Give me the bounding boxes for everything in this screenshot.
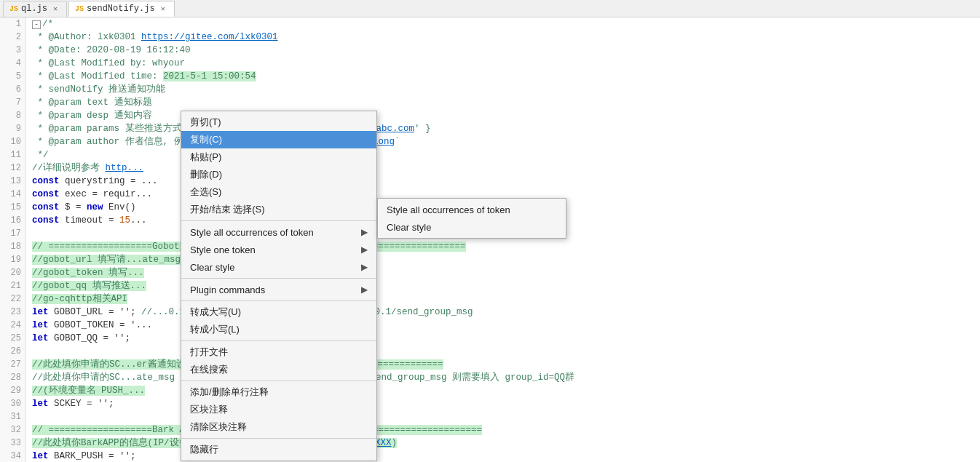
line-num-24: 24 [0, 319, 21, 332]
line-num-4: 4 [0, 57, 21, 70]
code-line-29: //(环境变量名 PUSH_... [32, 384, 980, 397]
tab-sendnotify-js[interactable]: JS sendNotify.js ✕ [68, 1, 175, 17]
editor-area: 1 2 3 4 5 6 7 8 9 10 11 12 13 14 15 16 1… [0, 17, 980, 462]
code-line-6: * sendNotify 推送通知功能 [32, 83, 980, 96]
fold-icon-1[interactable]: - [32, 20, 41, 29]
menu-item-styleall-label: Style all occurrences of token [190, 227, 314, 238]
code-line-18: // ===================Gobot通知设置区域=======… [32, 240, 980, 253]
tab-label-ql: ql.js [21, 4, 47, 14]
line-num-2: 2 [0, 31, 21, 44]
tab-close-sendnotify[interactable]: ✕ [158, 4, 168, 14]
line-num-8: 8 [0, 109, 21, 122]
code-line-21: //gobot_qq 填写推送... [32, 279, 980, 292]
arrow-icon-clearstyle: ▶ [361, 262, 368, 272]
menu-item-hideline[interactable]: 隐藏行 [181, 441, 376, 458]
line-num-34: 34 [0, 450, 21, 462]
code-line-22: //go-cqhttp相关API [32, 292, 980, 306]
arrow-icon-plugin: ▶ [361, 284, 368, 295]
menu-separator-2 [181, 278, 376, 279]
menu-item-addremovecomment[interactable]: 添加/删除单行注释 [181, 383, 376, 401]
code-line-12: //详细说明参考 http... [32, 162, 980, 175]
code-line-23: let GOBOT_URL = ''; //...0.1/send_privat… [32, 306, 980, 319]
context-menu: 剪切(T) 复制(C) 粘贴(P) 删除(D) 全选(S) 开始/结束 选择(S… [181, 111, 377, 461]
menu-item-delete[interactable]: 删除(D) [181, 166, 376, 183]
line-num-29: 29 [0, 384, 21, 397]
menu-item-removeblockcomment-label: 清除区块注释 [190, 421, 247, 434]
line-num-25: 25 [0, 332, 21, 345]
menu-separator-4 [181, 340, 376, 341]
menu-item-paste[interactable]: 粘贴(P) [181, 148, 376, 166]
line-num-20: 20 [0, 266, 21, 279]
line-num-22: 22 [0, 292, 21, 306]
menu-item-addremovecomment-label: 添加/删除单行注释 [190, 386, 269, 399]
line-num-5: 5 [0, 70, 21, 83]
code-content[interactable]: -/* * @Author: lxk0301 https://gitee.com… [26, 17, 980, 462]
code-line-25: let GOBOT_QQ = ''; [32, 332, 980, 345]
submenu-item-styleall[interactable]: Style all occurrences of token [378, 201, 566, 218]
submenu-item-clearstyle-label: Clear style [387, 222, 431, 233]
tab-label-sendnotify: sendNotify.js [87, 4, 155, 14]
code-line-7: * @param text 通知标题 [32, 96, 980, 109]
js-icon-sendnotify: JS [75, 5, 84, 13]
code-line-3: * @Date: 2020-08-19 16:12:40 [32, 44, 980, 57]
menu-item-blockcomment-label: 区块注释 [190, 403, 228, 416]
menu-item-selectrange[interactable]: 开始/结束 选择(S) [181, 201, 376, 218]
line-num-6: 6 [0, 83, 21, 96]
menu-separator-5 [181, 381, 376, 381]
menu-item-styleall[interactable]: Style all occurrences of token ▶ [181, 223, 376, 241]
arrow-icon-styleone: ▶ [361, 244, 368, 255]
menu-item-onlinesearch-label: 在线搜索 [190, 363, 228, 376]
menu-item-selectrange-label: 开始/结束 选择(S) [190, 203, 265, 216]
submenu-item-clearstyle[interactable]: Clear style [378, 218, 566, 236]
line-num-33: 33 [0, 437, 21, 450]
menu-separator-6 [181, 438, 376, 439]
code-line-9: * @param params 某些推送方式需要的额外参数, 例如: { url… [32, 122, 980, 135]
menu-item-openfile-label: 打开文件 [190, 346, 228, 359]
menu-item-plugincommands[interactable]: Plugin commands ▶ [181, 281, 376, 298]
menu-item-clearstyle[interactable]: Clear style ▶ [181, 258, 376, 276]
menu-item-selectall[interactable]: 全选(S) [181, 183, 376, 201]
code-line-24: let GOBOT_TOKEN = '... [32, 319, 980, 332]
menu-item-openfile[interactable]: 打开文件 [181, 343, 376, 361]
line-num-11: 11 [0, 148, 21, 162]
line-num-16: 16 [0, 214, 21, 227]
line-num-27: 27 [0, 358, 21, 371]
tab-bar: JS ql.js ✕ JS sendNotify.js ✕ [0, 0, 980, 17]
line-num-32: 32 [0, 423, 21, 437]
line-num-9: 9 [0, 122, 21, 135]
line-numbers: 1 2 3 4 5 6 7 8 9 10 11 12 13 14 15 16 1… [0, 17, 26, 462]
menu-item-onlinesearch[interactable]: 在线搜索 [181, 361, 376, 378]
code-line-13: const querystring = ... [32, 175, 980, 188]
menu-item-styleone[interactable]: Style one token ▶ [181, 241, 376, 258]
menu-item-styleone-label: Style one token [190, 244, 256, 255]
menu-item-copy[interactable]: 复制(C) [181, 131, 376, 148]
code-line-26 [32, 345, 980, 358]
menu-item-blockcomment[interactable]: 区块注释 [181, 401, 376, 418]
code-line-1: -/* [32, 17, 980, 31]
line-num-30: 30 [0, 397, 21, 410]
line-num-21: 21 [0, 279, 21, 292]
line-num-7: 7 [0, 96, 21, 109]
submenu-style-all: Style all occurrences of token Clear sty… [377, 198, 566, 239]
code-line-10: * @param author 作者信息, 例如: `https://githu… [32, 135, 980, 148]
code-line-20: //gobot_token 填写... [32, 266, 980, 279]
tab-close-ql[interactable]: ✕ [50, 4, 60, 14]
code-line-2: * @Author: lxk0301 https://gitee.com/lxk… [32, 31, 980, 44]
code-line-11: */ [32, 148, 980, 162]
code-line-28: //此处填你申请的SC...ate_msg 则需要填入 user_id=个人QQ… [32, 371, 980, 384]
line-num-3: 3 [0, 44, 21, 57]
menu-item-removeblockcomment[interactable]: 清除区块注释 [181, 418, 376, 436]
menu-item-tolower[interactable]: 转成小写(L) [181, 321, 376, 338]
js-icon-ql: JS [9, 5, 18, 13]
line-num-15: 15 [0, 201, 21, 214]
tab-ql-js[interactable]: JS ql.js ✕ [3, 1, 67, 17]
code-line-30: let SCKEY = ''; [32, 397, 980, 410]
code-line-4: * @Last Modified by: whyour [32, 57, 980, 70]
menu-item-cut[interactable]: 剪切(T) [181, 113, 376, 131]
code-line-8: * @param desp 通知内容 [32, 109, 980, 122]
line-num-10: 10 [0, 135, 21, 148]
code-line-19: //gobot_url 填写请...ate_msg [32, 253, 980, 266]
line-num-1: 1 [0, 17, 21, 31]
menu-item-toupper[interactable]: 转成大写(U) [181, 303, 376, 321]
code-line-34: let BARK_PUSH = ''; [32, 450, 980, 462]
